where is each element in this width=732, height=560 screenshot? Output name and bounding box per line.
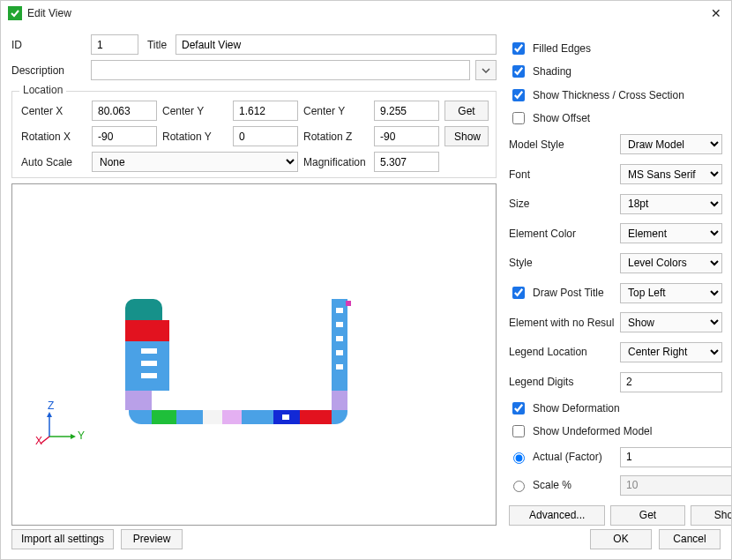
size-select[interactable]: 18pt [620,194,722,214]
roty-label: Rotation Y [162,131,228,143]
autoscale-label: Auto Scale [21,156,86,168]
shading-checkbox[interactable]: Shading [509,63,731,80]
element-no-result-label: Element with no Resul [509,317,615,329]
rotz-field[interactable] [374,126,439,146]
size-label: Size [509,198,615,210]
magnification-label: Magnification [303,156,369,168]
autoscale-select[interactable]: None [92,152,298,172]
model-style-label: Model Style [509,138,615,151]
edit-view-dialog: Edit View ✕ ID Title Description Locatio… [0,0,732,560]
import-all-settings-button[interactable]: Import all settings [11,529,114,549]
legend-digits-label: Legend Digits [509,376,615,388]
color-style-select[interactable]: Level Colors [620,253,722,273]
cancel-button[interactable]: Cancel [659,529,721,549]
location-legend: Location [19,84,66,96]
advanced-button[interactable]: Advanced... [509,505,605,526]
title-field[interactable] [176,34,497,55]
description-dropdown[interactable] [475,60,497,80]
location-group: Location Center X Center Y Center Y Get … [11,91,497,178]
window-title: Edit View [27,7,708,19]
legend-location-label: Legend Location [509,346,615,358]
draw-post-title-select[interactable]: Top Left [620,283,722,303]
centery-field[interactable] [233,101,298,121]
magnification-field[interactable] [374,152,439,172]
draw-post-title-checkbox[interactable]: Draw Post Title [509,283,615,302]
element-no-result-select[interactable]: Show [620,312,722,332]
preview-button[interactable]: Preview [121,529,183,549]
axis-y-label: Y [78,429,85,442]
ok-button[interactable]: OK [590,529,652,549]
axis-triad: Z X Y [39,403,83,449]
font-select[interactable]: MS Sans Serif [620,164,722,184]
axis-x-label: X [35,435,42,447]
scale-percent-radio[interactable]: Scale % [509,475,615,495]
model-style-select[interactable]: Draw Model [620,134,722,154]
legend-digits-field[interactable] [620,372,722,392]
show-deformation-checkbox[interactable]: Show Deformation [509,399,731,417]
legend-location-select[interactable]: Center Right [620,342,722,362]
rotz-label: Rotation Z [303,131,369,143]
location-show-button[interactable]: Show [444,126,489,146]
right-show-button[interactable]: Show [691,505,731,526]
element-color-select[interactable]: Element [620,223,722,243]
show-offset-checkbox[interactable]: Show Offset [509,109,731,127]
centerz-field[interactable] [374,101,439,121]
right-get-button[interactable]: Get [610,505,684,526]
description-field[interactable] [91,60,470,80]
chevron-down-icon [482,68,490,73]
titlebar: Edit View ✕ [1,1,731,26]
centerx-label: Center X [21,105,86,117]
centery-label: Center Y [162,105,228,117]
show-undeformed-checkbox[interactable]: Show Undeformed Model [509,422,731,440]
scale-percent-field [620,475,731,496]
roty-field[interactable] [233,126,298,146]
rotx-label: Rotation X [21,131,86,143]
preview-viewport: Z X Y [11,183,497,526]
color-style-label: Style [509,257,615,269]
centerx-field[interactable] [92,101,157,121]
location-get-button[interactable]: Get [444,101,489,121]
id-label: ID [11,39,86,51]
actual-factor-field[interactable] [620,447,731,467]
svg-marker-3 [71,434,76,439]
rotx-field[interactable] [92,126,157,146]
font-label: Font [509,168,615,181]
element-color-label: Element Color [509,228,615,240]
filled-edges-checkbox[interactable]: Filled Edges [509,40,731,57]
centerz-label: Center Y [303,105,369,117]
id-field[interactable] [91,34,138,55]
show-thickness-checkbox[interactable]: Show Thickness / Cross Section [509,86,731,104]
title-label: Title [144,39,170,51]
app-icon [8,6,22,20]
actual-factor-radio[interactable]: Actual (Factor) [509,447,615,467]
svg-marker-1 [47,412,52,417]
description-label: Description [11,64,86,77]
axis-z-label: Z [48,399,54,412]
close-icon[interactable]: ✕ [708,6,724,20]
